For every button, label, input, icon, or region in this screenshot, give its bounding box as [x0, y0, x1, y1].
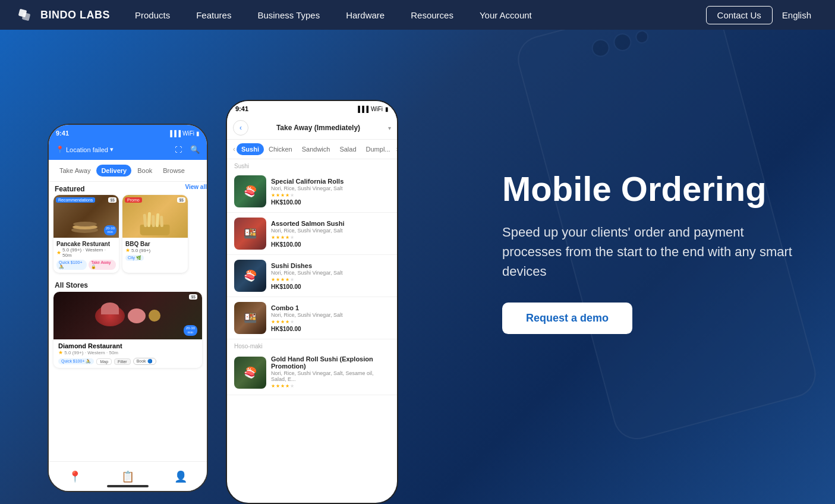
store1-name: Diamond Restaurant [58, 342, 197, 349]
card2-tags: City 🌿 [125, 255, 185, 261]
card1-name: Pancake Resturant [56, 241, 116, 247]
star-icon: ★ [290, 235, 294, 240]
location-pin-icon: 📍 [56, 146, 64, 153]
tab-take-away[interactable]: Take Away [55, 165, 95, 177]
star-icon: ★ [276, 319, 280, 325]
phone2-time: 9:41 [235, 105, 248, 112]
star-icon: ★ [58, 349, 63, 355]
featured-cards: Recommendations $$ 20-30min [49, 195, 207, 278]
phone-mockup-1: 9:41 ▐▐▐ WiFi ▮ 📍 Location failed ▾ [48, 124, 208, 492]
phones-container: 9:41 ▐▐▐ WiFi ▮ 📍 Location failed ▾ [0, 30, 452, 504]
item4-stars: ★★★★★ [271, 319, 390, 325]
phone2-categories: ‹ Sushi Chicken Sandwich Salad Dumpl... … [227, 140, 397, 159]
star-icon: ★ [281, 235, 285, 240]
card1-tags: Quick $100+ 🚴 Take Away 🔒 [56, 260, 116, 270]
card1-time-badge: 20-30min [104, 225, 116, 235]
menu-item-1: 🍣 Special California Rolls Nori, Rice, S… [227, 171, 397, 213]
featured-card-2: Promo $$ [122, 195, 188, 273]
orders-nav-icon[interactable]: 📋 [121, 470, 134, 483]
card2-rating: ★ 5.0 (99+) [125, 247, 185, 253]
star-icon: ★ [271, 277, 275, 282]
request-demo-button[interactable]: Request a demo [502, 303, 632, 334]
item2-price: HK$100.00 [271, 241, 390, 248]
logo[interactable]: BINDO LABS [14, 5, 110, 25]
tab-delivery[interactable]: Delivery [96, 165, 131, 177]
cat-chicken[interactable]: Chicken [264, 143, 297, 155]
menu-item-5: 🍣 Gold Hand Roll Sushi (Explosion Promot… [227, 351, 397, 395]
card2-price-badge: $$ [177, 197, 185, 203]
language-selector[interactable]: English [773, 10, 821, 20]
wifi-icon: WiFi [182, 130, 194, 137]
nav-item-products[interactable]: Products [122, 0, 183, 30]
star-icon: ★ [285, 235, 289, 240]
nav-item-resources[interactable]: Resources [398, 0, 467, 30]
card1-rating: ★ 5.0 (99+) · Western · 50m [56, 247, 116, 258]
signal-icon: ▐▐▐ [356, 106, 368, 112]
battery-icon: ▮ [385, 106, 389, 112]
phone1-time: 9:41 [56, 130, 69, 137]
view-all-link[interactable]: View all [185, 184, 207, 190]
takeaway-label: Take Away (Immediately) [253, 124, 383, 132]
card2-rating-text: 5.0 (99+) [131, 248, 150, 253]
star-icon: ★ [271, 235, 275, 240]
card1-tag1: Quick $100+ 🚴 [56, 260, 87, 270]
menu-item-1-info: Special California Rolls Nori, Rice, Sus… [271, 178, 390, 206]
card2-tag: City 🌿 [125, 255, 144, 261]
card2-name: BBQ Bar [125, 241, 185, 247]
item3-price: HK$100.00 [271, 284, 390, 290]
nav-item-features[interactable]: Features [183, 0, 244, 30]
cat-salad[interactable]: Salad [335, 143, 361, 155]
menu-item-5-info: Gold Hand Roll Sushi (Explosion Promotio… [271, 355, 390, 390]
store1-book-btn[interactable]: Book 🔵 [133, 358, 156, 365]
phone1-tabs: Take Away Delivery Book Browse [49, 160, 207, 182]
hero-description: Speed up your clients' order and payment… [502, 222, 799, 281]
menu-item-3: 🍣 Sushi Dishes Nori, Rice, Sushi Vinegar… [227, 255, 397, 297]
phone1-screen: 9:41 ▐▐▐ WiFi ▮ 📍 Location failed ▾ [49, 125, 207, 491]
cat-dumpling[interactable]: Dumpl... [361, 143, 395, 155]
nav-items: Products Features Business Types Hardwar… [122, 0, 701, 30]
store1-tag1: Quick $100+ 🚴 [58, 358, 94, 364]
item4-price: HK$100.00 [271, 326, 390, 332]
cat-sushi[interactable]: Sushi [237, 143, 264, 155]
phone2-status-icons: ▐▐▐ WiFi ▮ [356, 106, 389, 112]
nav-item-business-types[interactable]: Business Types [244, 0, 333, 30]
card1-rating-text: 5.0 (99+) · Western · 50m [62, 247, 116, 258]
location-chevron-icon: ▾ [110, 146, 114, 153]
store1-map-btn[interactable]: Map [96, 358, 112, 365]
tab-browse[interactable]: Browse [158, 165, 190, 177]
camera-lens-2 [612, 32, 634, 53]
navigation: BINDO LABS Products Features Business Ty… [0, 0, 835, 30]
cat-sandwich[interactable]: Sandwich [297, 143, 335, 155]
tab-book[interactable]: Book [133, 165, 157, 177]
store1-filter-btn[interactable]: Filter [114, 358, 131, 365]
cat-next-icon[interactable]: › [396, 145, 397, 153]
profile-nav-icon[interactable]: 👤 [174, 470, 187, 483]
phone1-status-icons: ▐▐▐ WiFi ▮ [168, 130, 200, 137]
hero-text-section: Mobile Ordering Speed up your clients' o… [502, 170, 799, 334]
menu-item-1-image: 🍣 [234, 175, 266, 207]
contact-us-button[interactable]: Contact Us [706, 6, 773, 24]
item3-name: Sushi Dishes [271, 262, 390, 269]
store1-sub: ★ 5.0 (99+) · Western · 50m [58, 349, 197, 355]
back-button[interactable]: ‹ [233, 120, 248, 136]
hero-section: 9:41 ▐▐▐ WiFi ▮ 📍 Location failed ▾ [0, 0, 835, 504]
phone2-header: ‹ Take Away (Immediately) ▾ [227, 116, 397, 140]
star-icon: ★ [271, 319, 275, 325]
card2-info: BBQ Bar ★ 5.0 (99+) City 🌿 [122, 238, 188, 264]
menu-item-3-info: Sushi Dishes Nori, Rice, Sushi Vinegar, … [271, 262, 390, 290]
phone-mockup-2: 9:41 ▐▐▐ WiFi ▮ ‹ Take Away (Immediately… [226, 100, 398, 504]
cat-prev-icon[interactable]: ‹ [233, 145, 235, 153]
store1-info: Diamond Restaurant ★ 5.0 (99+) · Western… [53, 339, 202, 368]
item4-name: Combo 1 [271, 304, 390, 311]
star-icon: ★ [285, 193, 289, 198]
card2-image: Promo $$ [122, 195, 188, 238]
sushi-emoji-1: 🍣 [244, 185, 257, 198]
nav-item-your-account[interactable]: Your Account [467, 0, 545, 30]
header-chevron-icon: ▾ [388, 125, 391, 131]
location-nav-icon[interactable]: 📍 [68, 470, 81, 483]
nav-item-hardware[interactable]: Hardware [333, 0, 398, 30]
star-icon: ★ [285, 383, 289, 389]
store1-tags: Quick $100+ 🚴 Map Filter Book 🔵 [58, 358, 197, 365]
star-icon: ★ [281, 319, 285, 325]
location-text: Location failed [66, 146, 108, 153]
